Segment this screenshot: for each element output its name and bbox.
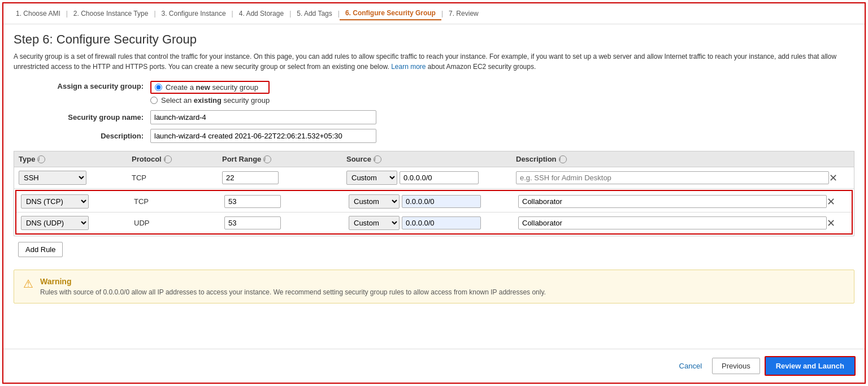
add-rule-button[interactable]: Add Rule (18, 242, 63, 257)
assign-options: Create a new security group Select an ex… (150, 81, 270, 105)
nav-step-2[interactable]: 2. Choose Instance Type (68, 7, 154, 20)
name-row: Security group name: (47, 110, 854, 124)
create-new-option[interactable]: Create a new security group (150, 81, 270, 94)
source-info-icon[interactable]: i (374, 155, 381, 163)
nav-step-1[interactable]: 1. Choose AMI (10, 7, 66, 20)
type-cell-1: SSH HTTP HTTPS DNS (TCP) DNS (UDP) All t… (19, 171, 132, 185)
wizard-nav: 1. Choose AMI | 2. Choose Instance Type … (3, 3, 865, 24)
warning-title: Warning (40, 277, 546, 286)
table-row: SSH HTTP HTTPS DNS (TCP) DNS (UDP) All t… (16, 212, 852, 233)
port-cell-3 (224, 216, 349, 229)
page-title: Step 6: Configure Security Group (14, 32, 854, 47)
remove-cell-2: ✕ (827, 196, 847, 208)
source-select-3[interactable]: Custom Anywhere My IP (349, 216, 400, 230)
col-source: Source i (346, 155, 516, 163)
source-cidr-3[interactable] (402, 216, 481, 229)
rules-header: Type i Protocol i Port Range i Source i … (14, 151, 854, 167)
protocol-cell-2: TCP (134, 197, 224, 206)
desc-input-1[interactable] (516, 171, 829, 184)
source-cell-3: Custom Anywhere My IP (349, 216, 518, 230)
col-type: Type i (19, 155, 132, 163)
desc-cell-2 (518, 195, 827, 208)
existing-option[interactable]: Select an existing security group (150, 96, 270, 105)
warning-text: Rules with source of 0.0.0.0/0 allow all… (40, 288, 546, 296)
source-select-2[interactable]: Custom Anywhere My IP (349, 194, 400, 209)
description-row: Description: (47, 129, 854, 143)
remove-row-3-button[interactable]: ✕ (827, 217, 835, 229)
source-cidr-1[interactable] (400, 171, 479, 184)
protocol-info-icon[interactable]: i (164, 155, 172, 163)
remove-row-2-button[interactable]: ✕ (827, 196, 835, 208)
assign-label: Assign a security group: (47, 81, 144, 90)
table-row: SSH HTTP HTTPS DNS (TCP) DNS (UDP) All t… (16, 191, 852, 212)
page-description: A security group is a set of firewall ru… (14, 51, 850, 72)
type-info-icon[interactable]: i (37, 155, 45, 163)
nav-step-6[interactable]: 6. Configure Security Group (340, 7, 441, 20)
description-info-icon[interactable]: i (559, 155, 567, 163)
port-info-icon[interactable]: i (263, 155, 271, 163)
col-description: Description i (516, 155, 829, 163)
table-row: SSH HTTP HTTPS DNS (TCP) DNS (UDP) All t… (14, 167, 854, 189)
review-and-launch-button[interactable]: Review and Launch (765, 356, 856, 376)
learn-more-link[interactable]: Learn more (391, 63, 426, 71)
source-cell-1: Custom Anywhere My IP (346, 171, 516, 185)
warning-icon: ⚠ (23, 277, 33, 290)
desc-label: Description: (47, 132, 144, 140)
footer: Cancel Previous Review and Launch (3, 349, 865, 383)
port-input-3[interactable] (224, 216, 281, 229)
remove-cell-3: ✕ (827, 217, 847, 229)
protocol-cell-3: UDP (134, 219, 224, 227)
type-cell-2: SSH HTTP HTTPS DNS (TCP) DNS (UDP) All t… (21, 194, 134, 209)
security-group-name-input[interactable] (150, 110, 376, 124)
nav-step-5[interactable]: 5. Add Tags (291, 7, 338, 20)
remove-row-1-button[interactable]: ✕ (829, 172, 837, 184)
desc-input-2[interactable] (518, 195, 827, 208)
col-port-range: Port Range i (222, 155, 346, 163)
nav-step-7[interactable]: 7. Review (443, 7, 484, 20)
warning-content: Warning Rules with source of 0.0.0.0/0 a… (40, 277, 546, 296)
port-input-2[interactable] (224, 195, 281, 208)
port-input-1[interactable] (222, 171, 279, 184)
rules-table: Type i Protocol i Port Range i Source i … (14, 151, 854, 236)
main-content: Step 6: Configure Security Group A secur… (3, 24, 865, 333)
col-protocol: Protocol i (132, 155, 222, 163)
source-select-1[interactable]: Custom Anywhere My IP (346, 171, 397, 185)
highlighted-rows: SSH HTTP HTTPS DNS (TCP) DNS (UDP) All t… (15, 190, 853, 235)
remove-cell-1: ✕ (829, 172, 849, 184)
col-remove (829, 155, 849, 163)
source-cidr-2[interactable] (402, 195, 481, 208)
cancel-button[interactable]: Cancel (674, 358, 708, 374)
source-cell-2: Custom Anywhere My IP (349, 194, 518, 209)
nav-step-4[interactable]: 4. Add Storage (233, 7, 289, 20)
assign-security-group-row: Assign a security group: Create a new se… (47, 81, 854, 105)
previous-button[interactable]: Previous (712, 358, 760, 374)
protocol-cell-1: TCP (132, 174, 222, 182)
type-select-3[interactable]: SSH HTTP HTTPS DNS (TCP) DNS (UDP) All t… (21, 216, 89, 230)
desc-input-3[interactable] (518, 216, 827, 229)
port-cell-1 (222, 171, 346, 184)
desc-cell-3 (518, 216, 827, 229)
create-new-radio[interactable] (155, 84, 162, 91)
type-cell-3: SSH HTTP HTTPS DNS (TCP) DNS (UDP) All t… (21, 216, 134, 230)
existing-radio[interactable] (150, 97, 158, 104)
nav-step-3[interactable]: 3. Configure Instance (156, 7, 232, 20)
description-input[interactable] (150, 129, 376, 143)
warning-box: ⚠ Warning Rules with source of 0.0.0.0/0… (14, 270, 854, 303)
port-cell-2 (224, 195, 349, 208)
desc-cell-1 (516, 171, 829, 184)
name-label: Security group name: (47, 113, 144, 122)
type-select-2[interactable]: SSH HTTP HTTPS DNS (TCP) DNS (UDP) All t… (21, 194, 89, 209)
type-select-1[interactable]: SSH HTTP HTTPS DNS (TCP) DNS (UDP) All t… (19, 171, 86, 185)
